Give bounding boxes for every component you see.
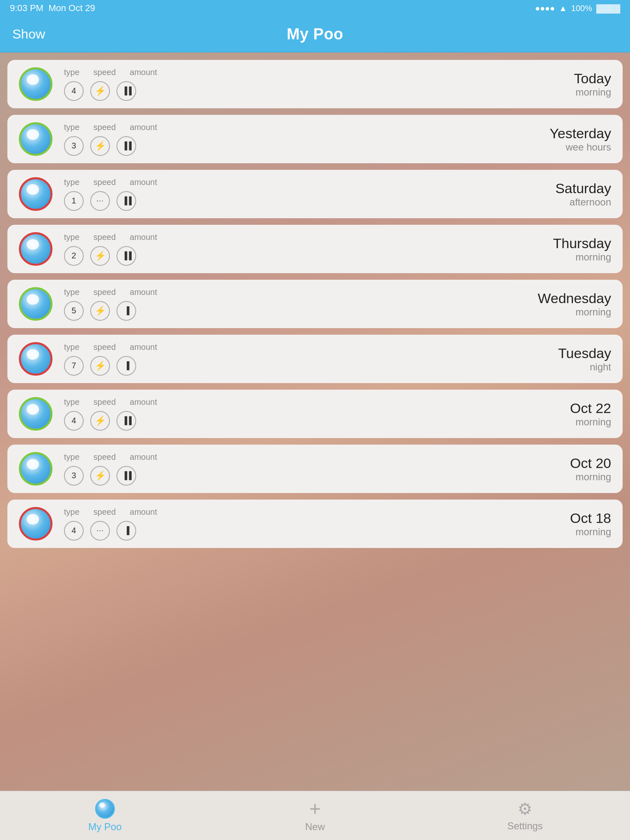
- entry-meta-6: typespeedamount7⚡▐: [64, 342, 558, 376]
- speed-badge-7[interactable]: ⚡: [90, 411, 110, 431]
- date-sub-3: afternoon: [555, 196, 611, 208]
- date-sub-2: wee hours: [550, 142, 611, 153]
- amount-label-9: amount: [130, 507, 157, 517]
- entry-date-7: Oct 22morning: [570, 400, 611, 428]
- battery-label: 100%: [571, 4, 592, 13]
- speed-badge-6[interactable]: ⚡: [90, 356, 110, 376]
- entry-meta-9: typespeedamount4···▐: [64, 507, 570, 541]
- new-icon: [305, 799, 325, 819]
- amount-badge-1[interactable]: ▐▐: [116, 81, 136, 101]
- type-badge-9[interactable]: 4: [64, 521, 84, 541]
- status-indicators: ●●●● ▲ 100% ▓▓▓▓: [535, 4, 620, 13]
- entry-card-6[interactable]: typespeedamount7⚡▐Tuesdaynight: [7, 335, 623, 383]
- poo-icon-6: [19, 342, 52, 376]
- entry-meta-2: typespeedamount3⚡▐▐: [64, 123, 550, 156]
- entry-card-5[interactable]: typespeedamount5⚡▐Wednesdaymorning: [7, 280, 623, 328]
- entries-list: typespeedamount4⚡▐▐Todaymorningtypespeed…: [0, 52, 630, 791]
- entry-card-7[interactable]: typespeedamount4⚡▐▐Oct 22morning: [7, 390, 623, 438]
- poo-icon-1: [19, 67, 52, 101]
- type-label-1: type: [64, 68, 80, 77]
- speed-label-2: speed: [94, 123, 116, 132]
- amount-badge-4[interactable]: ▐▐: [116, 246, 136, 266]
- speed-label-6: speed: [94, 342, 116, 352]
- amount-badge-2[interactable]: ▐▐: [116, 136, 136, 156]
- poo-icon-5: [19, 287, 52, 321]
- type-badge-2[interactable]: 3: [64, 136, 84, 156]
- date-sub-5: morning: [538, 306, 611, 318]
- date-main-1: Today: [574, 71, 611, 87]
- speed-label-8: speed: [94, 452, 116, 462]
- speed-badge-2[interactable]: ⚡: [90, 136, 110, 156]
- speed-badge-4[interactable]: ⚡: [90, 246, 110, 266]
- wifi-icon: ▲: [559, 4, 567, 13]
- type-label-3: type: [64, 178, 80, 187]
- amount-label-7: amount: [130, 397, 157, 407]
- amount-badge-8[interactable]: ▐▐: [116, 466, 136, 486]
- speed-badge-8[interactable]: ⚡: [90, 466, 110, 486]
- type-badge-7[interactable]: 4: [64, 411, 84, 431]
- amount-label-2: amount: [130, 123, 157, 132]
- type-badge-5[interactable]: 5: [64, 301, 84, 321]
- tab-mypoo[interactable]: My Poo: [0, 799, 210, 833]
- speed-label-1: speed: [94, 68, 116, 77]
- date-main-3: Saturday: [555, 180, 611, 196]
- type-label-7: type: [64, 397, 80, 407]
- amount-badge-9[interactable]: ▐: [116, 521, 136, 541]
- entry-card-3[interactable]: typespeedamount1···▐▐Saturdayafternoon: [7, 170, 623, 218]
- speed-badge-5[interactable]: ⚡: [90, 301, 110, 321]
- speed-label-9: speed: [94, 507, 116, 517]
- type-badge-1[interactable]: 4: [64, 81, 84, 101]
- entry-card-8[interactable]: typespeedamount3⚡▐▐Oct 20morning: [7, 445, 623, 493]
- amount-label-1: amount: [130, 68, 157, 77]
- entry-card-9[interactable]: typespeedamount4···▐Oct 18morning: [7, 500, 623, 548]
- amount-badge-6[interactable]: ▐: [116, 356, 136, 376]
- amount-badge-3[interactable]: ▐▐: [116, 191, 136, 211]
- poo-icon-4: [19, 232, 52, 266]
- entry-meta-1: typespeedamount4⚡▐▐: [64, 68, 574, 101]
- entry-date-3: Saturdayafternoon: [555, 180, 611, 208]
- type-badge-6[interactable]: 7: [64, 356, 84, 376]
- tab-new[interactable]: New: [210, 799, 420, 833]
- type-badge-3[interactable]: 1: [64, 191, 84, 211]
- type-badge-4[interactable]: 2: [64, 246, 84, 266]
- type-label-2: type: [64, 123, 80, 132]
- mypoo-icon: [95, 799, 115, 819]
- entry-card-4[interactable]: typespeedamount2⚡▐▐Thursdaymorning: [7, 225, 623, 273]
- poo-icon-3: [19, 177, 52, 211]
- entry-date-5: Wednesdaymorning: [538, 290, 611, 318]
- date-main-6: Tuesday: [558, 345, 611, 361]
- entry-meta-8: typespeedamount3⚡▐▐: [64, 452, 570, 486]
- type-label-6: type: [64, 342, 80, 352]
- entry-meta-7: typespeedamount4⚡▐▐: [64, 397, 570, 431]
- date-sub-7: morning: [570, 416, 611, 428]
- amount-badge-7[interactable]: ▐▐: [116, 411, 136, 431]
- tab-settings[interactable]: ⚙ Settings: [420, 800, 630, 832]
- poo-icon-2: [19, 122, 52, 156]
- date-sub-6: night: [558, 361, 611, 373]
- type-label-8: type: [64, 452, 80, 462]
- type-badge-8[interactable]: 3: [64, 466, 84, 486]
- entry-card-2[interactable]: typespeedamount3⚡▐▐Yesterdaywee hours: [7, 115, 623, 163]
- entry-date-9: Oct 18morning: [570, 510, 611, 538]
- amount-label-4: amount: [130, 233, 157, 242]
- entry-card-1[interactable]: typespeedamount4⚡▐▐Todaymorning: [7, 60, 623, 108]
- speed-label-7: speed: [94, 397, 116, 407]
- date-main-9: Oct 18: [570, 510, 611, 526]
- type-label-5: type: [64, 288, 80, 297]
- date-sub-9: morning: [570, 526, 611, 538]
- entry-meta-5: typespeedamount5⚡▐: [64, 288, 538, 321]
- status-time: 9:03 PM Mon Oct 29: [10, 3, 95, 14]
- entry-meta-4: typespeedamount2⚡▐▐: [64, 233, 553, 266]
- show-button[interactable]: Show: [12, 27, 45, 42]
- speed-label-4: speed: [94, 233, 116, 242]
- speed-label-3: speed: [94, 178, 116, 187]
- speed-badge-3[interactable]: ···: [90, 191, 110, 211]
- amount-badge-5[interactable]: ▐: [116, 301, 136, 321]
- amount-label-5: amount: [130, 288, 157, 297]
- nav-title: My Poo: [287, 25, 343, 43]
- speed-badge-1[interactable]: ⚡: [90, 81, 110, 101]
- date-sub-8: morning: [570, 471, 611, 483]
- status-bar: 9:03 PM Mon Oct 29 ●●●● ▲ 100% ▓▓▓▓: [0, 0, 630, 16]
- speed-badge-9[interactable]: ···: [90, 521, 110, 541]
- tab-bar: My Poo New ⚙ Settings: [0, 791, 630, 840]
